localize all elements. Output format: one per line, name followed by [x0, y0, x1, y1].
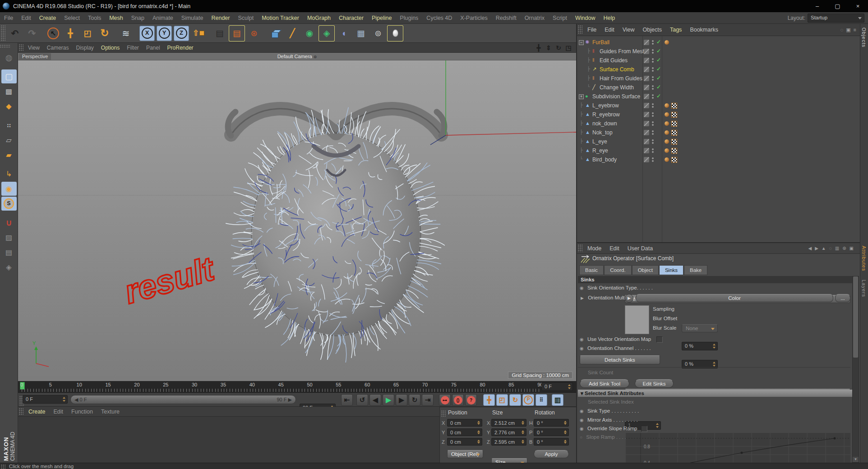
menu-item-script[interactable]: Script: [549, 15, 571, 21]
menu-item-create[interactable]: Create: [24, 409, 50, 415]
use-vector-checkbox[interactable]: [656, 336, 663, 343]
render-picture-viewer-button[interactable]: ▤: [229, 25, 245, 41]
visibility-dots[interactable]: [652, 130, 654, 135]
autokeying-button[interactable]: (): [452, 394, 464, 406]
color-shader-button[interactable]: Color: [636, 294, 833, 302]
object-name[interactable]: nok_down: [592, 120, 617, 127]
sampling-dropdown[interactable]: None: [682, 324, 718, 332]
enabled-check-icon[interactable]: ✓: [656, 84, 661, 90]
toolbar-grip[interactable]: [1, 25, 5, 41]
menu-item-sculpt[interactable]: Sculpt: [234, 15, 258, 21]
make-editable-button[interactable]: ◍: [1, 51, 17, 64]
coordinate-system-button[interactable]: ⇧: [190, 25, 207, 41]
menu-item-cameras[interactable]: Cameras: [43, 45, 73, 51]
menu-item-select[interactable]: Select: [60, 15, 84, 21]
tab-object[interactable]: Object: [632, 265, 659, 275]
layer-toggle[interactable]: [644, 139, 649, 144]
lock-z-axis-button[interactable]: Z: [174, 26, 189, 41]
viewport-rotate-icon[interactable]: ↻: [554, 44, 563, 51]
edit-sinks-button[interactable]: Edit Sinks: [635, 379, 674, 388]
object-name[interactable]: Subdivision Surface: [592, 93, 640, 100]
object-row-subdivision-surface[interactable]: +●Subdivision Surface✓: [577, 92, 860, 101]
menu-item-create[interactable]: Create: [35, 15, 60, 21]
goto-end-button[interactable]: ⇥: [422, 394, 434, 406]
object-row-nok-top[interactable]: ├▲Nok_top: [577, 128, 860, 137]
visibility-dots[interactable]: [652, 76, 654, 81]
edges-mode-button[interactable]: ▱: [1, 133, 17, 147]
viewport-view-label[interactable]: Perspective: [19, 53, 51, 60]
rotation-b-field[interactable]: 0 °: [534, 438, 569, 446]
add-camera-button[interactable]: ⊚: [370, 25, 386, 41]
edit-render-settings-button[interactable]: ⊛: [246, 25, 262, 41]
object-row-l-eye[interactable]: ├▲L_eye: [577, 137, 860, 146]
object-name[interactable]: Guides From Mesh: [600, 48, 646, 55]
menu-item-file[interactable]: File: [583, 27, 600, 33]
previous-frame-button[interactable]: ◀: [369, 394, 381, 406]
object-name[interactable]: Bird_body: [592, 156, 617, 163]
object-name[interactable]: FurBall: [592, 39, 609, 46]
lock-y-axis-button[interactable]: Y: [157, 26, 172, 41]
layer-toggle[interactable]: [644, 121, 649, 126]
object-row-furball[interactable]: −✺FurBall✓: [577, 38, 860, 47]
tree-expander[interactable]: −: [579, 40, 584, 45]
object-row-r-eye[interactable]: ├▲R_eye: [577, 146, 860, 155]
next-frame-button[interactable]: ▶: [396, 394, 407, 406]
magnet-tool-button[interactable]: ∪: [1, 216, 17, 230]
object-row-guides-from-mesh[interactable]: ├‖Guides From Mesh✓: [577, 47, 860, 56]
move-tool[interactable]: ╋: [62, 25, 78, 41]
dock-tab-objects[interactable]: Objects: [861, 28, 867, 47]
material-tag-icon[interactable]: [665, 103, 669, 108]
material-tag-icon[interactable]: [665, 40, 669, 45]
position-x-field[interactable]: 0 cm: [447, 419, 482, 427]
expand-caret-icon[interactable]: ▶: [581, 296, 584, 300]
menu-item-cycles-4d[interactable]: Cycles 4D: [422, 15, 456, 21]
material-tag-icon[interactable]: [665, 139, 669, 144]
add-floor-button[interactable]: ▦: [353, 25, 369, 41]
play-reverse-button[interactable]: ↺: [356, 394, 368, 406]
keyframe-presets-button[interactable]: ?: [465, 394, 477, 406]
attr-settings-icon[interactable]: ⊛: [842, 246, 846, 251]
object-name[interactable]: R_eye: [592, 147, 608, 154]
visibility-dots[interactable]: [652, 67, 654, 72]
enabled-check-icon[interactable]: ✓: [656, 93, 661, 99]
menu-item-tags[interactable]: Tags: [666, 27, 686, 33]
size-z-field[interactable]: 2.595 cm: [491, 438, 526, 446]
attribute-scrollbar[interactable]: ▼: [852, 276, 859, 463]
mode-toolbar-grip[interactable]: [0, 45, 10, 48]
tab-bake[interactable]: Bake: [684, 265, 707, 275]
object-row-nok-down[interactable]: ├▲nok_down: [577, 119, 860, 128]
add-cube-button[interactable]: [267, 25, 283, 41]
texture-tag-icon[interactable]: [671, 103, 677, 109]
menu-item-x-particles[interactable]: X-Particles: [456, 15, 491, 21]
menu-item-function[interactable]: Function: [67, 409, 97, 415]
enabled-check-icon[interactable]: ✓: [656, 57, 661, 63]
redo-button[interactable]: ↷: [24, 25, 40, 41]
rotation-h-field[interactable]: 0 °: [534, 419, 569, 427]
material-tag-icon[interactable]: [665, 148, 669, 153]
enabled-check-icon[interactable]: ✓: [656, 75, 661, 81]
position-z-field[interactable]: 0 cm: [447, 438, 482, 446]
visibility-dots[interactable]: [652, 121, 654, 126]
live-selection-tool[interactable]: ↖: [45, 25, 61, 41]
material-tag-icon[interactable]: [665, 130, 669, 135]
menu-item-view[interactable]: View: [619, 27, 639, 33]
close-button[interactable]: ×: [848, 0, 868, 12]
add-sink-tool-button[interactable]: Add Sink Tool: [580, 379, 629, 388]
material-tag-icon[interactable]: [665, 157, 669, 162]
color-preview-swatch[interactable]: [625, 305, 649, 334]
menu-item-objects[interactable]: Objects: [639, 27, 666, 33]
material-tag-icon[interactable]: [665, 121, 669, 126]
add-volume-button[interactable]: ◈: [319, 25, 335, 41]
layer-toggle[interactable]: [644, 67, 649, 72]
menu-item-filter[interactable]: Filter: [123, 45, 143, 51]
object-row-hair-from-guides[interactable]: ├‖Hair From Guides✓: [577, 74, 860, 83]
record-pla-button[interactable]: ⠿: [536, 394, 547, 406]
object-row-edit-guides[interactable]: ├‖Edit Guides✓: [577, 56, 860, 65]
menu-item-prorender[interactable]: ProRender: [164, 45, 197, 51]
visibility-dots[interactable]: [652, 148, 654, 153]
layer-toggle[interactable]: [644, 148, 649, 153]
enabled-check-icon[interactable]: ✓: [656, 48, 661, 54]
menu-item-texture[interactable]: Texture: [97, 409, 124, 415]
om-options-icon[interactable]: ≡: [854, 27, 856, 33]
object-name[interactable]: L_eyebrow: [592, 102, 619, 109]
